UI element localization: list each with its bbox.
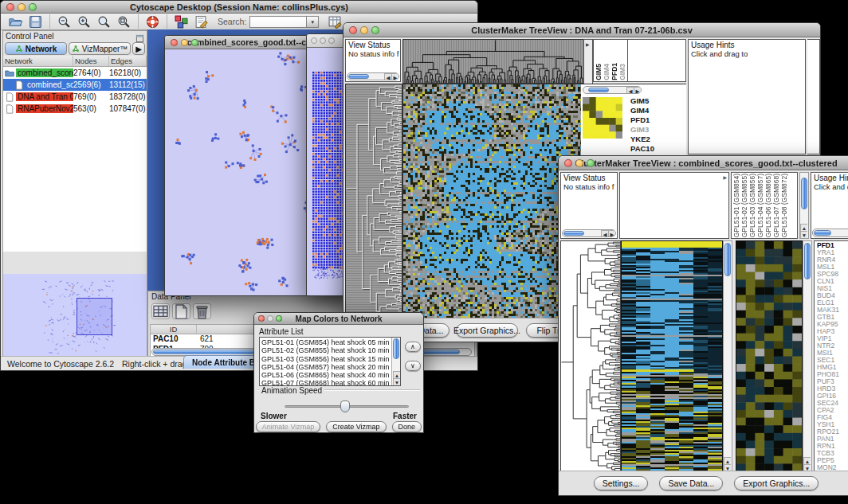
- close-icon[interactable]: [6, 3, 14, 11]
- zoom-selected-icon[interactable]: [94, 14, 114, 29]
- save-icon[interactable]: [26, 14, 45, 29]
- gene-label[interactable]: GIM5: [630, 96, 654, 106]
- control-panel: Control Panel NetworkVizMapper™ ▶ Networ…: [2, 30, 147, 357]
- attribute-item[interactable]: GPL51-01 (GSM854) heat shock 05 min: [261, 338, 398, 346]
- gene-label[interactable]: PFD1: [630, 115, 654, 125]
- attribute-list-vscrollbar[interactable]: ▲▼: [391, 338, 400, 385]
- close-icon[interactable]: [311, 37, 317, 44]
- network-table-header: Network Nodes Edges: [3, 56, 147, 67]
- help-icon[interactable]: [143, 14, 163, 29]
- attribute-list-label: Attribute List: [259, 327, 304, 336]
- column-label: GIM4: [603, 64, 610, 80]
- tv2-view-status-panel: View Status No status info f ◀▶: [560, 172, 618, 239]
- settings-button[interactable]: Settings...: [594, 476, 649, 490]
- zoom-window-icon[interactable]: [29, 3, 37, 11]
- close-icon[interactable]: [171, 39, 178, 46]
- network-row[interactable]: RNAPuberNov2+ 563(0) 107847(0): [3, 103, 147, 115]
- tv2-top-vscrollbar[interactable]: ▲▼: [799, 172, 809, 239]
- gene-label[interactable]: YKE2: [630, 135, 654, 144]
- export-graphics-button[interactable]: Export Graphics...: [456, 323, 518, 338]
- tv1-detail-hscrollbar[interactable]: ◀▶: [583, 86, 642, 94]
- zoom-window-icon[interactable]: [328, 37, 335, 44]
- tv2-gene-list: PFD1YRA1RNR4MSL1SPC98CLN1NIS1BUD4ELG1MAK…: [814, 240, 848, 472]
- zoom-out-icon[interactable]: [54, 14, 74, 29]
- tv1-row-dendrogram[interactable]: [345, 84, 402, 321]
- trash-icon[interactable]: [193, 303, 211, 319]
- zoom-window-icon[interactable]: [371, 26, 379, 34]
- export-graphics-button[interactable]: Export Graphics...: [734, 476, 819, 490]
- column-label: GPL51-02 (GSM855): [740, 174, 748, 237]
- minimize-icon[interactable]: [360, 26, 368, 34]
- main-titlebar[interactable]: Cytoscape Desktop (Session Name: collins…: [1, 1, 477, 14]
- tv2-detail-vscrollbar[interactable]: ▲▼: [803, 240, 812, 472]
- tv1-column-labels: GIM5GIM4PFD1GIM3YKE2PAC10: [593, 39, 628, 82]
- move-up-button[interactable]: ∧: [405, 342, 421, 352]
- minimize-icon[interactable]: [18, 3, 26, 11]
- minimize-icon[interactable]: [181, 39, 188, 46]
- network-list: combined_scores 2764(0) 16218(0) combine…: [3, 67, 147, 252]
- close-icon[interactable]: [564, 159, 572, 167]
- gene-label[interactable]: GIM4: [630, 106, 654, 115]
- attribute-list[interactable]: GPL51-01 (GSM854) heat shock 05 minGPL51…: [259, 337, 401, 386]
- attribute-item[interactable]: GPL51-06 (GSM865) heat shock 40 min: [261, 371, 398, 379]
- attribute-item[interactable]: GPL51-04 (GSM857) heat shock 20 min: [261, 363, 398, 371]
- annotation-icon[interactable]: [191, 14, 211, 29]
- tv2-usage-hscrollbar[interactable]: [812, 229, 848, 237]
- attribute-item[interactable]: GPL51-03 (GSM856) heat shock 15 min: [261, 355, 398, 363]
- tv1-heatmap[interactable]: [402, 84, 584, 321]
- control-panel-tab[interactable]: Network: [5, 42, 67, 55]
- vizmapper-icon[interactable]: [171, 14, 191, 29]
- zoom-window-icon[interactable]: [191, 39, 198, 46]
- zoom-window-icon[interactable]: [587, 159, 595, 167]
- network-row[interactable]: combined_sco 2569(6) 13112(15): [3, 79, 147, 91]
- open-icon[interactable]: [6, 14, 26, 29]
- move-down-button[interactable]: ∨: [405, 361, 421, 371]
- zoom-in-icon[interactable]: [74, 14, 94, 29]
- treeview1-titlebar[interactable]: ClusterMaker TreeView : DNA and Tran 07-…: [344, 23, 820, 37]
- birdseye-view[interactable]: [3, 274, 147, 357]
- close-icon[interactable]: [349, 26, 357, 34]
- attribute-item[interactable]: GPL51-07 (GSM868) heat shock 60 min: [261, 379, 398, 386]
- speed-slider-thumb[interactable]: [340, 400, 350, 412]
- save-data-button[interactable]: Save Data...: [659, 476, 723, 490]
- minimize-icon[interactable]: [267, 315, 273, 322]
- network-row[interactable]: DNA and Tran 07 769(0) 183728(0): [3, 91, 147, 103]
- map-colors-dialog: Map Colors to Network Attribute List GPL…: [253, 312, 424, 433]
- dialog-titlebar[interactable]: Map Colors to Network: [254, 313, 423, 325]
- tv1-column-dendrogram[interactable]: [402, 39, 584, 84]
- dialog-button[interactable]: Done: [392, 421, 422, 432]
- status-welcome: Welcome to Cytoscape 2.6.2: [7, 359, 114, 369]
- dialog-button[interactable]: Animate Vizmap: [256, 421, 320, 432]
- treeview2-titlebar[interactable]: ClusterMaker TreeView : combined_scores_…: [559, 156, 848, 170]
- tv1-status-hscrollbar[interactable]: ◀▶: [347, 72, 399, 80]
- window-controls[interactable]: [6, 3, 37, 11]
- search-dropdown-icon[interactable]: ▼: [307, 16, 319, 28]
- tv1-similarity-matrix[interactable]: [583, 97, 622, 139]
- page-icon[interactable]: [172, 303, 190, 319]
- minimize-icon[interactable]: [320, 37, 326, 44]
- minimize-icon[interactable]: [575, 159, 583, 167]
- attribute-item[interactable]: GPL51-02 (GSM855) heat shock 10 min: [261, 346, 398, 354]
- column-label: GIM5: [595, 64, 603, 80]
- zoom-window-icon[interactable]: [276, 315, 282, 322]
- tv2-detail-heatmap[interactable]: [736, 240, 803, 472]
- gene-label[interactable]: PAC10: [630, 144, 654, 154]
- tv2-row-dendrogram[interactable]: [560, 240, 621, 472]
- column-label: GPL51-04 (GSM857): [756, 174, 764, 237]
- float-panel-icon[interactable]: [135, 32, 144, 41]
- control-panel-tab[interactable]: VizMapper™: [69, 42, 131, 55]
- table-icon[interactable]: [151, 303, 170, 319]
- close-icon[interactable]: [258, 315, 265, 322]
- zoom-fit-icon[interactable]: [114, 14, 134, 29]
- tv2-status-hscrollbar[interactable]: ◀▶: [562, 229, 616, 237]
- tv2-heatmap[interactable]: [621, 240, 723, 472]
- column-label: PFD1: [610, 63, 618, 80]
- tv2-heatmap-vscrollbar[interactable]: ▲▼: [723, 240, 732, 472]
- search-input[interactable]: ▼: [249, 16, 319, 28]
- gene-label[interactable]: GIM3: [630, 125, 654, 135]
- dialog-button[interactable]: Create Vizmap: [326, 421, 386, 432]
- more-tabs-button[interactable]: ▶: [132, 42, 145, 55]
- control-panel-title: Control Panel: [6, 32, 54, 41]
- tv2-column-tree-area[interactable]: ▶: [619, 172, 729, 239]
- network-row[interactable]: combined_scores 2764(0) 16218(0): [3, 67, 147, 79]
